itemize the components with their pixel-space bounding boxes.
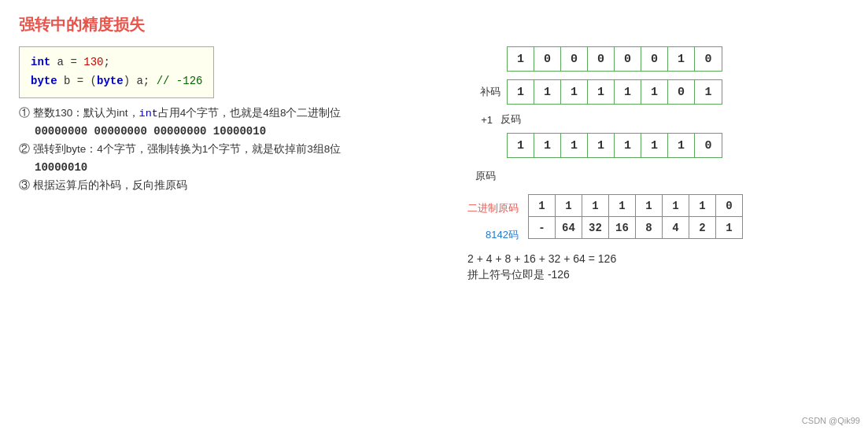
bit-cell: 0 <box>588 47 615 71</box>
step3-block: ③ 根据运算后的补码，反向推原码 <box>19 178 452 193</box>
conclusion: 拼上符号位即是 -126 <box>467 268 849 282</box>
table-cell: 1 <box>663 195 689 217</box>
plus1-fanma-row: +1 反码 <box>475 112 849 127</box>
bit-cell: 0 <box>561 47 588 71</box>
step1-label: ① 整数130：默认为int，int占用4个字节，也就是4组8个二进制位 <box>19 106 452 120</box>
bit-grid-row3: 11111110 <box>507 133 722 158</box>
bit-cell: 0 <box>641 47 668 71</box>
table-cell: 8 <box>636 217 663 239</box>
data-table: 11111110-6432168421 <box>528 194 743 239</box>
bit-cell: 1 <box>615 134 641 157</box>
bit-cell: 1 <box>561 134 588 157</box>
step2-label: ② 强转到byte：4个字节，强制转换为1个字节，就是砍掉前3组8位 <box>19 142 452 156</box>
table-cell: - <box>529 217 556 239</box>
bit-cell: 1 <box>641 80 668 104</box>
bit-grid-row1: 10000010 <box>507 46 722 72</box>
table-cell: 4 <box>663 217 689 239</box>
table-cell: 0 <box>716 195 743 217</box>
bit-cell: 1 <box>561 80 588 104</box>
table-cell: 1 <box>529 195 556 217</box>
table-cell: 1 <box>582 195 609 217</box>
table-cell: 1 <box>636 195 663 217</box>
formula: 2 + 4 + 8 + 16 + 32 + 64 = 126 <box>467 252 849 265</box>
bit-cell: 1 <box>534 80 561 104</box>
page-title: 强转中的精度损失 <box>19 14 849 35</box>
step2-block: ② 强转到byte：4个字节，强制转换为1个字节，就是砍掉前3组8位 10000… <box>19 142 452 174</box>
bit-row-2-container: 补码 11111101 <box>467 79 849 105</box>
num-130: 130 <box>83 56 103 68</box>
bit-cell: 0 <box>695 134 722 157</box>
comment: // -126 <box>150 75 202 87</box>
bit-cell: 1 <box>668 47 695 71</box>
table-labels: 二进制原码 8142码 <box>467 194 519 246</box>
bit-cell: 1 <box>588 134 615 157</box>
right-panel: 10000010 补码 11111101 +1 反码 11111110 原码 二… <box>460 46 849 282</box>
step1-binary: 00000000 00000000 00000000 10000010 <box>35 125 452 138</box>
bit-cell: 1 <box>508 134 534 157</box>
plus1-label: +1 <box>475 114 493 126</box>
bu-label: 补码 <box>467 85 500 99</box>
bit-cell: 0 <box>615 47 641 71</box>
bit-cell: 1 <box>508 47 534 71</box>
bit-grid-row2: 11111101 <box>507 79 722 105</box>
table-cell: 64 <box>556 217 582 239</box>
code-line2: byte b = (byte) a; // -126 <box>31 72 202 91</box>
code-box: int a = 130; byte b = (byte) a; // -126 <box>19 46 214 98</box>
table-cell: 1 <box>689 195 716 217</box>
label-binary: 二进制原码 <box>467 197 519 219</box>
bit-cell: 1 <box>534 134 561 157</box>
table-cell: 16 <box>609 217 636 239</box>
keyword-byte: byte <box>31 75 57 87</box>
fan-label: 反码 <box>500 112 521 127</box>
bit-cell: 1 <box>508 80 534 104</box>
bit-cell: 1 <box>641 134 668 157</box>
bit-cell: 1 <box>668 134 695 157</box>
bit-cell: 1 <box>695 80 722 104</box>
bit-cell: 0 <box>534 47 561 71</box>
bit-cell: 1 <box>615 80 641 104</box>
keyword-byte2: byte <box>97 75 124 87</box>
keyword-int: int <box>31 56 50 68</box>
code-line1: int a = 130; <box>31 53 202 72</box>
table-cell: 1 <box>716 217 743 239</box>
table-cell: 2 <box>689 217 716 239</box>
bit-cell: 0 <box>668 80 695 104</box>
step2-binary: 10000010 <box>35 161 452 174</box>
yuan-label: 原码 <box>475 169 496 183</box>
bit-row-3-container: 11111110 <box>467 133 849 158</box>
binary-table-area: 二进制原码 8142码 11111110-6432168421 <box>467 194 849 246</box>
yuan-label-row: 原码 <box>475 169 849 183</box>
table-cell: 1 <box>609 195 636 217</box>
step3-label: ③ 根据运算后的补码，反向推原码 <box>19 178 452 193</box>
bit-cell: 0 <box>695 47 722 71</box>
watermark: CSDN @Qik99 <box>802 416 860 425</box>
bit-cell: 1 <box>588 80 615 104</box>
table-cell: 32 <box>582 217 609 239</box>
bottom-section: 二进制原码 8142码 11111110-6432168421 2 + 4 + … <box>467 194 849 282</box>
table-cell: 1 <box>556 195 582 217</box>
bit-row-1-container: 10000010 <box>467 46 849 72</box>
label-8142: 8142码 <box>486 224 519 246</box>
step1-block: ① 整数130：默认为int，int占用4个字节，也就是4组8个二进制位 000… <box>19 106 452 138</box>
left-panel: int a = 130; byte b = (byte) a; // -126 … <box>19 46 460 282</box>
